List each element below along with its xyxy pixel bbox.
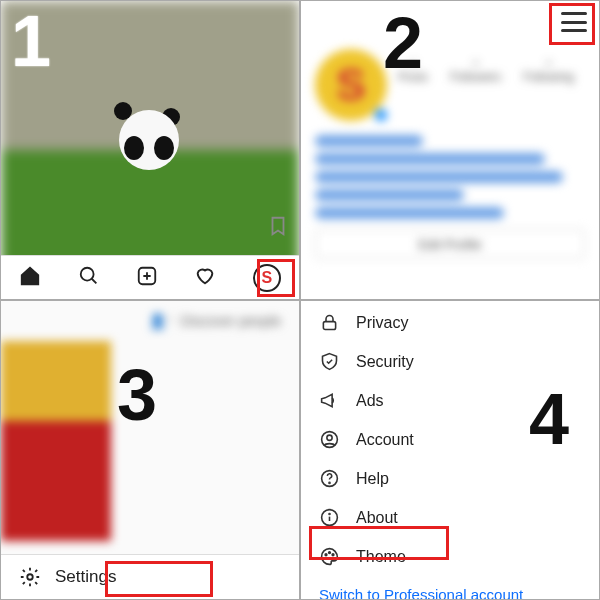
step-number-2: 2 <box>383 7 423 79</box>
gear-icon <box>19 566 41 588</box>
step-number-1: 1 <box>11 5 51 77</box>
discover-people-icon[interactable]: 👤⁺ <box>149 313 173 329</box>
account-icon <box>319 429 340 450</box>
highlight-theme <box>309 526 449 560</box>
feed-photo-subject <box>114 102 184 172</box>
step-3: 👤⁺ Discover people Settings 3 <box>0 300 300 600</box>
megaphone-icon <box>319 390 340 411</box>
lock-icon <box>319 312 340 333</box>
stat-followers[interactable]: -Followers <box>450 53 501 84</box>
add-post-icon[interactable] <box>136 265 158 291</box>
search-icon[interactable] <box>78 265 100 291</box>
settings-item-security[interactable]: Security <box>301 342 599 381</box>
activity-icon[interactable] <box>194 265 216 291</box>
edit-profile-button[interactable]: Edit Profile <box>315 229 585 259</box>
discover-people-label[interactable]: Discover people <box>181 313 281 329</box>
add-story-badge-icon[interactable] <box>373 107 389 123</box>
svg-point-2 <box>27 574 33 580</box>
step-number-4: 4 <box>529 383 569 455</box>
home-icon[interactable] <box>19 265 41 291</box>
switch-to-professional-link[interactable]: Switch to Professional account <box>301 578 599 600</box>
post-thumbnail[interactable] <box>1 341 111 541</box>
svg-point-0 <box>80 267 93 280</box>
highlight-hamburger <box>549 3 595 45</box>
settings-item-help[interactable]: Help <box>301 459 599 498</box>
bottom-nav: S <box>1 255 299 299</box>
step-2: -Posts -Followers -Following Edit Profil… <box>300 0 600 300</box>
svg-point-9 <box>329 513 330 514</box>
info-icon <box>319 507 340 528</box>
svg-rect-3 <box>323 322 335 330</box>
settings-item-privacy[interactable]: Privacy <box>301 303 599 342</box>
svg-point-5 <box>327 435 332 440</box>
save-post-icon[interactable] <box>267 215 289 241</box>
step-number-3: 3 <box>117 359 157 431</box>
shield-icon <box>319 351 340 372</box>
stat-following[interactable]: -Following <box>523 53 574 84</box>
help-icon <box>319 468 340 489</box>
profile-body: -Posts -Followers -Following Edit Profil… <box>301 43 599 259</box>
svg-point-7 <box>329 482 330 483</box>
step-1: S 1 <box>0 0 300 300</box>
highlight-profile-tab <box>257 259 295 297</box>
highlight-settings <box>105 561 213 597</box>
step-4: Privacy Security Ads Account Help About <box>300 300 600 600</box>
